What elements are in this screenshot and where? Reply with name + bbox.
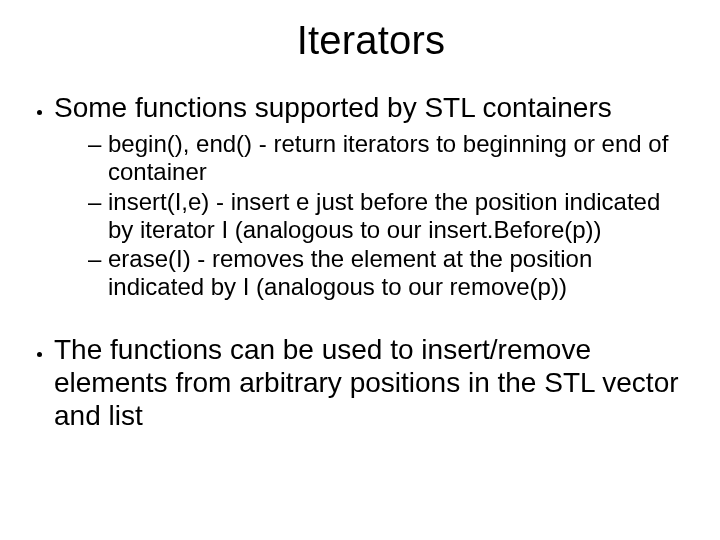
bullet-item: The functions can be used to insert/remo… — [54, 333, 692, 432]
bullet-text: Some functions supported by STL containe… — [54, 92, 612, 123]
spacer — [50, 305, 692, 333]
bullet-list: Some functions supported by STL containe… — [54, 91, 692, 301]
slide: Iterators Some functions supported by ST… — [0, 0, 720, 540]
sub-bullet-list: begin(), end() - return iterators to beg… — [88, 130, 692, 301]
bullet-list: The functions can be used to insert/remo… — [54, 333, 692, 432]
sub-bullet-item: begin(), end() - return iterators to beg… — [88, 130, 692, 186]
slide-title: Iterators — [50, 18, 692, 63]
sub-bullet-item: insert(I,e) - insert e just before the p… — [88, 188, 692, 244]
bullet-item: Some functions supported by STL containe… — [54, 91, 692, 301]
bullet-text: The functions can be used to insert/remo… — [54, 334, 679, 431]
sub-bullet-item: erase(I) - removes the element at the po… — [88, 245, 692, 301]
